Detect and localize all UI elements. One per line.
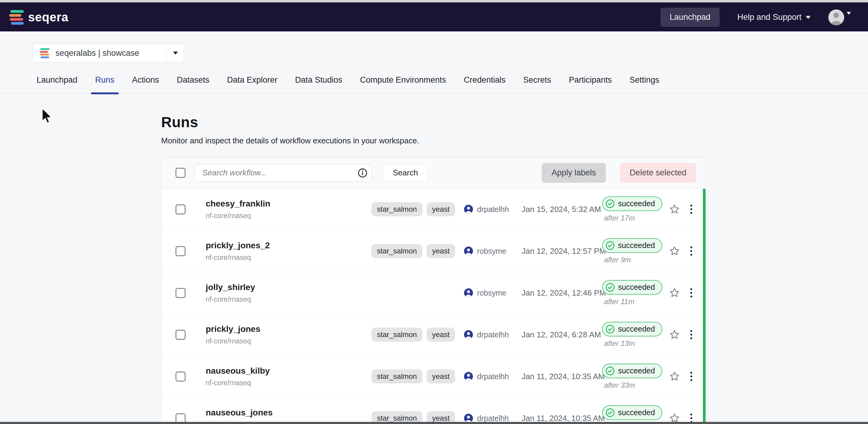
tab-actions[interactable]: Actions	[131, 75, 160, 93]
search-group	[195, 164, 372, 182]
workspace-selector[interactable]: seqeralabs | showcase	[33, 44, 184, 63]
row-menu-kebab-icon[interactable]	[686, 247, 696, 256]
run-row[interactable]: prickly_jones_2 nf-core/rnaseq star_salm…	[161, 230, 705, 272]
chevron-down-icon	[173, 52, 178, 55]
star-icon[interactable]	[668, 287, 682, 299]
run-name[interactable]: cheesy_franklin	[206, 199, 362, 209]
tab-data-studios[interactable]: Data Studios	[294, 75, 343, 93]
status-badge: succeeded	[602, 364, 662, 378]
row-checkbox[interactable]	[176, 371, 186, 382]
tab-compute-environments[interactable]: Compute Environments	[359, 75, 446, 93]
run-pipeline-repo: nf-core/rnaseq	[206, 295, 362, 303]
run-user-name: drpatelhh	[477, 372, 509, 381]
label-pill[interactable]: yeast	[427, 328, 455, 341]
run-duration: after 9m	[602, 256, 665, 264]
status-badge: succeeded	[602, 405, 662, 420]
check-circle-icon	[605, 324, 615, 334]
runs-toolbar: Search Apply labels Delete selected	[161, 157, 705, 189]
check-circle-icon	[605, 199, 615, 209]
tab-launchpad[interactable]: Launchpad	[36, 75, 78, 93]
row-checkbox[interactable]	[176, 204, 186, 215]
row-menu-kebab-icon[interactable]	[686, 372, 696, 381]
check-circle-icon	[605, 241, 615, 251]
delete-selected-button[interactable]: Delete selected	[620, 163, 696, 183]
run-labels: star_salmonyeast	[371, 244, 439, 258]
run-start-date: Jan 12, 2024, 12:46 PM	[522, 288, 592, 298]
select-all-checkbox[interactable]	[176, 168, 186, 178]
run-row[interactable]: nauseous_jones nf-core/rnaseq star_salmo…	[161, 397, 705, 424]
run-row[interactable]: cheesy_franklin nf-core/rnaseq star_salm…	[161, 189, 705, 230]
status-badge: succeeded	[602, 238, 662, 253]
run-user-name: drpatelhh	[477, 330, 509, 339]
run-user-name: drpatelhh	[477, 205, 509, 214]
tab-secrets[interactable]: Secrets	[523, 75, 552, 93]
row-menu-kebab-icon[interactable]	[686, 330, 696, 339]
label-pill[interactable]: star_salmon	[371, 244, 423, 258]
workspace-org-icon	[40, 48, 50, 58]
window-bottom-edge	[0, 422, 868, 424]
user-menu[interactable]	[828, 9, 851, 25]
row-menu-kebab-icon[interactable]	[686, 288, 696, 297]
run-pipeline-repo: nf-core/rnaseq	[206, 379, 362, 387]
row-checkbox[interactable]	[176, 330, 186, 340]
star-icon[interactable]	[668, 370, 682, 383]
run-row[interactable]: jolly_shirley nf-core/rnaseq robsyme Jan…	[161, 272, 705, 314]
check-circle-icon	[605, 366, 615, 376]
row-menu-kebab-icon[interactable]	[686, 414, 696, 423]
workspace-selector-label: seqeralabs | showcase	[56, 48, 139, 58]
user-avatar-icon	[464, 288, 473, 298]
run-pipeline-repo: nf-core/rnaseq	[206, 337, 362, 345]
status-label: succeeded	[618, 366, 655, 375]
row-checkbox[interactable]	[176, 246, 186, 256]
user-avatar-icon	[464, 371, 473, 381]
status-badge: succeeded	[602, 280, 662, 295]
run-name[interactable]: prickly_jones_2	[206, 241, 362, 251]
run-status: succeeded after 33m	[602, 364, 665, 390]
label-pill[interactable]: star_salmon	[371, 202, 423, 216]
star-icon[interactable]	[668, 245, 682, 257]
user-avatar-icon	[464, 246, 473, 256]
row-checkbox[interactable]	[176, 288, 186, 298]
search-button[interactable]: Search	[383, 164, 428, 182]
tab-participants[interactable]: Participants	[568, 75, 613, 93]
tab-data-explorer[interactable]: Data Explorer	[226, 75, 278, 93]
run-duration: after 17m	[602, 214, 665, 222]
label-pill[interactable]: yeast	[427, 369, 455, 384]
tab-settings[interactable]: Settings	[629, 75, 660, 93]
run-name[interactable]: prickly_jones	[206, 324, 362, 334]
help-and-support-menu[interactable]: Help and Support	[737, 12, 811, 22]
apply-labels-button[interactable]: Apply labels	[542, 163, 606, 183]
workspace-selector-dropdown-toggle[interactable]	[167, 44, 184, 62]
run-name[interactable]: nauseous_jones	[206, 408, 362, 418]
status-label: succeeded	[618, 199, 655, 208]
run-launched-by: drpatelhh	[464, 330, 519, 339]
run-row[interactable]: nauseous_kilby nf-core/rnaseq star_salmo…	[161, 356, 705, 397]
tab-credentials[interactable]: Credentials	[463, 75, 506, 93]
label-pill[interactable]: star_salmon	[371, 328, 423, 341]
label-pill[interactable]: yeast	[427, 202, 455, 216]
star-icon[interactable]	[668, 328, 682, 341]
launchpad-button[interactable]: Launchpad	[660, 8, 720, 27]
run-pipeline-repo: nf-core/rnaseq	[206, 212, 362, 220]
seqera-logo[interactable]: seqera	[9, 10, 68, 25]
run-name[interactable]: jolly_shirley	[206, 283, 362, 292]
status-label: succeeded	[618, 241, 655, 250]
label-pill[interactable]: yeast	[427, 244, 455, 258]
run-row[interactable]: prickly_jones nf-core/rnaseq star_salmon…	[161, 314, 705, 356]
run-name[interactable]: nauseous_kilby	[206, 366, 362, 376]
label-pill[interactable]: star_salmon	[371, 369, 423, 384]
scroll-indicator-bar	[703, 189, 706, 424]
run-launched-by: robsyme	[464, 288, 519, 298]
run-start-date: Jan 11, 2024, 10:35 AM	[522, 414, 592, 423]
top-navbar: seqera Launchpad Help and Support	[0, 3, 868, 31]
tab-runs[interactable]: Runs	[95, 75, 115, 93]
tab-datasets[interactable]: Datasets	[176, 75, 210, 93]
search-info-icon[interactable]	[353, 164, 372, 182]
row-menu-kebab-icon[interactable]	[686, 205, 696, 214]
star-icon[interactable]	[668, 203, 682, 215]
search-input[interactable]	[195, 164, 353, 182]
runs-list: cheesy_franklin nf-core/rnaseq star_salm…	[161, 189, 705, 424]
page-title: Runs	[161, 114, 706, 131]
status-label: succeeded	[618, 283, 655, 292]
chevron-down-icon	[847, 12, 851, 14]
